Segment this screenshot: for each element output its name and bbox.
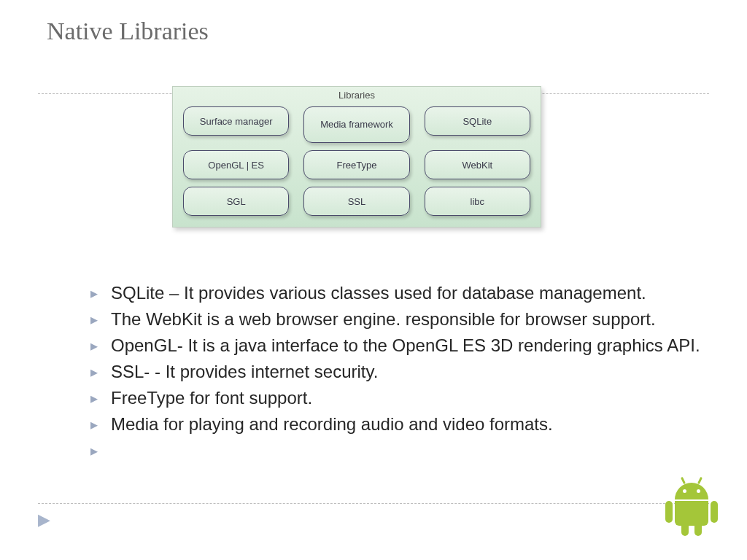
android-robot-icon xyxy=(670,483,713,534)
divider-bottom xyxy=(38,503,709,504)
lib-webkit: WebKit xyxy=(425,150,530,179)
bullet-item: SQLite – It provides various classes use… xyxy=(90,283,703,303)
footer-arrow-icon: ▶ xyxy=(38,510,50,529)
lib-opengl-es: OpenGL | ES xyxy=(183,150,289,179)
bullet-item: Media for playing and recording audio an… xyxy=(90,414,703,435)
lib-ssl: SSL xyxy=(303,187,409,216)
lib-media-framework: Media framework xyxy=(303,106,409,143)
slide: Native Libraries Libraries Surface manag… xyxy=(0,0,747,560)
lib-libc: libc xyxy=(425,187,530,216)
diagram-header: Libraries xyxy=(173,90,541,101)
diagram-grid: Surface manager Media framework SQLite O… xyxy=(173,101,541,226)
lib-surface-manager: Surface manager xyxy=(183,106,289,136)
bullet-item: SSL- - It provides internet security. xyxy=(90,362,703,382)
lib-freetype: FreeType xyxy=(303,150,409,179)
bullet-item: FreeType for font support. xyxy=(90,388,703,408)
bullet-list: SQLite – It provides various classes use… xyxy=(61,283,703,440)
page-title: Native Libraries xyxy=(47,18,209,45)
lib-sqlite: SQLite xyxy=(425,106,530,136)
bullet-item: The WebKit is a web browser engine. resp… xyxy=(90,309,703,330)
bullet-item: OpenGL- It is a java interface to the Op… xyxy=(90,335,703,356)
libraries-diagram: Libraries Surface manager Media framewor… xyxy=(172,86,541,228)
lib-sgl: SGL xyxy=(183,187,289,216)
